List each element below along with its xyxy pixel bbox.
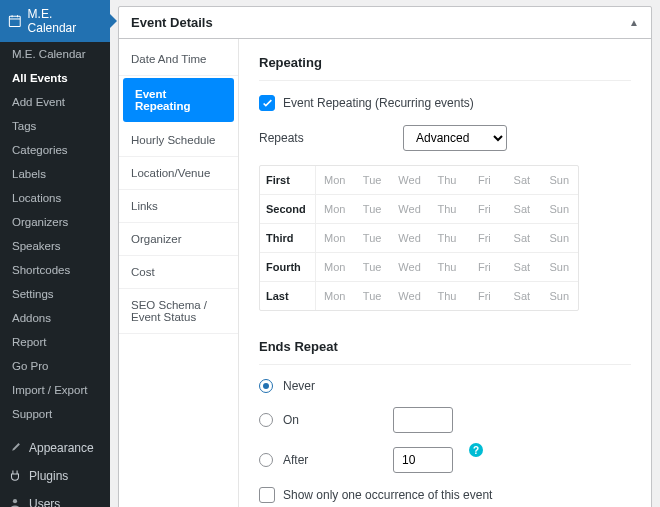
ends-on-row[interactable]: On [259, 407, 631, 433]
repeat-row-label: Fourth [260, 253, 316, 281]
repeat-cell-third-wed[interactable]: Wed [391, 224, 428, 252]
help-icon[interactable]: ? [469, 443, 483, 457]
sidebar-item-all-events[interactable]: All Events [0, 66, 110, 90]
tab-date-and-time[interactable]: Date And Time [119, 43, 238, 76]
ends-repeat-heading: Ends Repeat [259, 339, 631, 354]
event-repeating-checkbox-row[interactable]: Event Repeating (Recurring events) [259, 95, 631, 111]
sidebar-item-categories[interactable]: Categories [0, 138, 110, 162]
repeat-cell-last-sun[interactable]: Sun [541, 282, 578, 310]
sidebar-item-users[interactable]: Users [0, 490, 110, 507]
repeat-cell-second-mon[interactable]: Mon [316, 195, 353, 223]
tab-seo-schema-event-status[interactable]: SEO Schema / Event Status [119, 289, 238, 334]
postbox-title: Event Details [131, 15, 213, 30]
repeat-cell-third-mon[interactable]: Mon [316, 224, 353, 252]
repeat-cell-second-wed[interactable]: Wed [391, 195, 428, 223]
repeat-row-label: Last [260, 282, 316, 310]
repeat-row-second: SecondMonTueWedThuFriSatSun [260, 195, 578, 224]
brush-icon [8, 441, 22, 455]
repeat-cell-fourth-mon[interactable]: Mon [316, 253, 353, 281]
sidebar-item-labels[interactable]: Labels [0, 162, 110, 186]
repeat-cell-second-tue[interactable]: Tue [353, 195, 390, 223]
repeat-cell-third-thu[interactable]: Thu [428, 224, 465, 252]
repeat-cell-first-wed[interactable]: Wed [391, 166, 428, 194]
svg-point-4 [13, 499, 17, 503]
repeat-cell-last-sat[interactable]: Sat [503, 282, 540, 310]
check-icon [262, 98, 273, 109]
ends-on-radio[interactable] [259, 413, 273, 427]
repeats-label: Repeats [259, 131, 319, 145]
sidebar-plugin-header[interactable]: M.E. Calendar [0, 0, 110, 42]
repeat-cell-fourth-sun[interactable]: Sun [541, 253, 578, 281]
show-only-one-row[interactable]: Show only one occurrence of this event [259, 487, 631, 503]
repeat-cell-last-mon[interactable]: Mon [316, 282, 353, 310]
admin-sidebar: M.E. Calendar M.E. CalendarAll EventsAdd… [0, 0, 110, 507]
repeat-row-first: FirstMonTueWedThuFriSatSun [260, 166, 578, 195]
repeat-cell-last-fri[interactable]: Fri [466, 282, 503, 310]
show-only-one-checkbox[interactable] [259, 487, 275, 503]
repeat-row-third: ThirdMonTueWedThuFriSatSun [260, 224, 578, 253]
repeat-cell-fourth-thu[interactable]: Thu [428, 253, 465, 281]
sidebar-item-go-pro[interactable]: Go Pro [0, 354, 110, 378]
sidebar-item-appearance[interactable]: Appearance [0, 434, 110, 462]
ends-after-row[interactable]: After ? [259, 447, 631, 473]
sidebar-item-locations[interactable]: Locations [0, 186, 110, 210]
repeat-cell-fourth-fri[interactable]: Fri [466, 253, 503, 281]
repeat-cell-first-sat[interactable]: Sat [503, 166, 540, 194]
postbox-toggle-icon[interactable]: ▲ [629, 17, 639, 28]
repeat-cell-first-fri[interactable]: Fri [466, 166, 503, 194]
sidebar-item-support[interactable]: Support [0, 402, 110, 426]
sidebar-item-plugins[interactable]: Plugins [0, 462, 110, 490]
sidebar-plugin-name: M.E. Calendar [28, 7, 102, 35]
repeat-cell-third-tue[interactable]: Tue [353, 224, 390, 252]
tab-event-repeating[interactable]: Event Repeating [123, 78, 234, 122]
repeat-cell-last-wed[interactable]: Wed [391, 282, 428, 310]
repeat-cell-first-tue[interactable]: Tue [353, 166, 390, 194]
sidebar-item-m-e-calendar[interactable]: M.E. Calendar [0, 42, 110, 66]
sidebar-item-shortcodes[interactable]: Shortcodes [0, 258, 110, 282]
tab-hourly-schedule[interactable]: Hourly Schedule [119, 124, 238, 157]
ends-after-label: After [283, 453, 323, 467]
repeat-cell-last-tue[interactable]: Tue [353, 282, 390, 310]
repeat-cell-first-sun[interactable]: Sun [541, 166, 578, 194]
repeat-cell-first-mon[interactable]: Mon [316, 166, 353, 194]
sidebar-item-organizers[interactable]: Organizers [0, 210, 110, 234]
postbox-tabs: Date And TimeEvent RepeatingHourly Sched… [119, 39, 239, 507]
repeat-cell-third-fri[interactable]: Fri [466, 224, 503, 252]
tab-cost[interactable]: Cost [119, 256, 238, 289]
event-repeating-panel: Repeating Event Repeating (Recurring eve… [239, 39, 651, 507]
tab-location-venue[interactable]: Location/Venue [119, 157, 238, 190]
repeat-cell-second-sun[interactable]: Sun [541, 195, 578, 223]
repeats-row: Repeats Advanced [259, 125, 631, 151]
repeat-row-fourth: FourthMonTueWedThuFriSatSun [260, 253, 578, 282]
ends-never-radio[interactable] [259, 379, 273, 393]
repeat-cell-last-thu[interactable]: Thu [428, 282, 465, 310]
repeat-cell-second-fri[interactable]: Fri [466, 195, 503, 223]
repeat-cell-third-sat[interactable]: Sat [503, 224, 540, 252]
divider [259, 80, 631, 81]
ends-after-radio[interactable] [259, 453, 273, 467]
event-repeating-checkbox[interactable] [259, 95, 275, 111]
sidebar-item-report[interactable]: Report [0, 330, 110, 354]
sidebar-item-import-export[interactable]: Import / Export [0, 378, 110, 402]
repeat-cell-fourth-sat[interactable]: Sat [503, 253, 540, 281]
calendar-icon [8, 14, 22, 28]
repeat-cell-second-sat[interactable]: Sat [503, 195, 540, 223]
repeat-cell-first-thu[interactable]: Thu [428, 166, 465, 194]
repeat-row-label: First [260, 166, 316, 194]
sidebar-item-speakers[interactable]: Speakers [0, 234, 110, 258]
ends-never-row[interactable]: Never [259, 379, 631, 393]
repeat-cell-second-thu[interactable]: Thu [428, 195, 465, 223]
sidebar-item-add-event[interactable]: Add Event [0, 90, 110, 114]
ends-after-count-input[interactable] [393, 447, 453, 473]
tab-organizer[interactable]: Organizer [119, 223, 238, 256]
repeat-cell-fourth-tue[interactable]: Tue [353, 253, 390, 281]
advanced-repeat-table: FirstMonTueWedThuFriSatSunSecondMonTueWe… [259, 165, 579, 311]
repeat-cell-third-sun[interactable]: Sun [541, 224, 578, 252]
sidebar-item-settings[interactable]: Settings [0, 282, 110, 306]
sidebar-item-tags[interactable]: Tags [0, 114, 110, 138]
sidebar-item-addons[interactable]: Addons [0, 306, 110, 330]
repeats-select[interactable]: Advanced [403, 125, 507, 151]
tab-links[interactable]: Links [119, 190, 238, 223]
repeat-cell-fourth-wed[interactable]: Wed [391, 253, 428, 281]
ends-on-date-input[interactable] [393, 407, 453, 433]
